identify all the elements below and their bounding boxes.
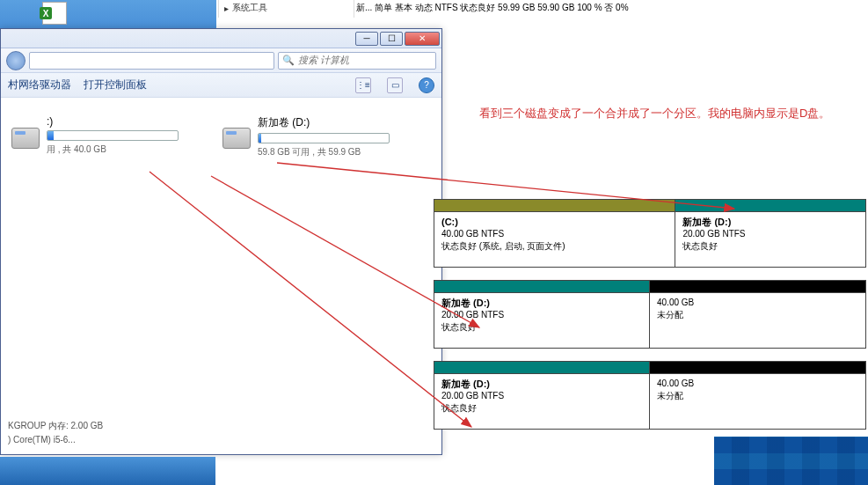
close-button[interactable]: ✕ [405, 32, 440, 46]
drive-free-text: 59.8 GB 可用 , 共 59.9 GB [258, 146, 390, 158]
view-options-icon[interactable]: ⋮≡ [355, 77, 371, 93]
drive-free-text: 用 , 共 40.0 GB [47, 143, 179, 156]
drive-icon [222, 128, 251, 149]
drive-item[interactable]: 新加卷 (D:) 59.8 GB 可用 , 共 59.9 GB [222, 115, 398, 158]
partition-header [434, 281, 649, 293]
maximize-button[interactable]: ☐ [380, 32, 403, 46]
drive-name: :) [47, 115, 179, 128]
drives-list: :) 用 , 共 40.0 GB 新加卷 (D:) 59.8 GB 可用 , 共… [11, 115, 431, 158]
drive-usage-bar [258, 133, 390, 143]
disk-block[interactable]: 新加卷 (D:) 20.00 GB NTFS 状态良好 40.00 GB 未分配 [434, 361, 866, 430]
drive-name: 新加卷 (D:) [258, 115, 390, 130]
partition[interactable]: 40.00 GB 未分配 [650, 281, 865, 348]
drive-item[interactable]: :) 用 , 共 40.0 GB [11, 115, 187, 158]
partition-header [650, 281, 865, 293]
partition[interactable]: 新加卷 (D:) 20.00 GB NTFS 状态良好 [675, 200, 865, 267]
partition-header [434, 362, 649, 374]
disk-table-row: 新... 简单 基本 动态 NTFS 状态良好 59.99 GB 59.90 G… [356, 2, 866, 14]
partition-header [675, 200, 865, 212]
open-control-panel-link[interactable]: 打开控制面板 [84, 77, 147, 92]
partition[interactable]: (C:) 40.00 GB NTFS 状态良好 (系统, 启动, 页面文件) [434, 200, 675, 267]
partition-header [434, 200, 675, 212]
window-titlebar[interactable]: ─ ☐ ✕ [1, 29, 441, 48]
partition[interactable]: 新加卷 (D:) 20.00 GB NTFS 状态良好 [434, 362, 650, 429]
map-network-drive-link[interactable]: 村网络驱动器 [8, 77, 71, 92]
search-icon: 🔍 [282, 55, 295, 66]
explorer-content: :) 用 , 共 40.0 GB 新加卷 (D:) 59.8 GB 可用 , 共… [1, 98, 441, 435]
partition-body: 新加卷 (D:) 20.00 GB NTFS 状态良好 [434, 374, 649, 429]
search-input[interactable]: 🔍 搜索 计算机 [278, 52, 436, 70]
annotation-text: 看到三个磁盘变成了一个合并成了一个分区。我的电脑内显示是D盘。 [479, 106, 830, 121]
partition[interactable]: 40.00 GB 未分配 [650, 362, 865, 429]
partition-body: 40.00 GB 未分配 [650, 293, 865, 348]
disk-management-graphic: (C:) 40.00 GB NTFS 状态良好 (系统, 启动, 页面文件) 新… [434, 199, 866, 442]
back-button[interactable] [6, 51, 26, 70]
disk-block[interactable]: (C:) 40.00 GB NTFS 状态良好 (系统, 启动, 页面文件) 新… [434, 199, 866, 268]
address-input[interactable] [29, 52, 274, 70]
status-footer: KGROUP 内存: 2.00 GB ) Core(TM) i5-6... [8, 419, 103, 447]
partition[interactable]: 新加卷 (D:) 20.00 GB NTFS 状态良好 [434, 281, 650, 348]
partition-body: 40.00 GB 未分配 [650, 374, 865, 429]
taskbar-fragment[interactable] [0, 457, 215, 485]
explorer-window: ─ ☐ ✕ 🔍 搜索 计算机 村网络驱动器 打开控制面板 ⋮≡ ▭ ? :) 用… [0, 28, 442, 455]
partition-body: (C:) 40.00 GB NTFS 状态良好 (系统, 启动, 页面文件) [434, 212, 675, 267]
disk-table-fragment: 新... 简单 基本 动态 NTFS 状态良好 59.99 GB 59.90 G… [0, 0, 868, 16]
blurred-region [714, 437, 868, 485]
minimize-button[interactable]: ─ [355, 32, 378, 46]
partition-body: 新加卷 (D:) 20.00 GB NTFS 状态良好 [675, 212, 865, 267]
preview-pane-icon[interactable]: ▭ [387, 77, 403, 93]
partition-body: 新加卷 (D:) 20.00 GB NTFS 状态良好 [434, 293, 649, 348]
disk-block[interactable]: 新加卷 (D:) 20.00 GB NTFS 状态良好 40.00 GB 未分配 [434, 280, 866, 349]
help-icon[interactable]: ? [419, 77, 434, 93]
explorer-toolbar: 村网络驱动器 打开控制面板 ⋮≡ ▭ ? [1, 73, 441, 98]
drive-icon [11, 128, 40, 149]
drive-usage-bar [47, 130, 179, 141]
partition-header [650, 362, 865, 374]
address-bar: 🔍 搜索 计算机 [1, 48, 441, 73]
